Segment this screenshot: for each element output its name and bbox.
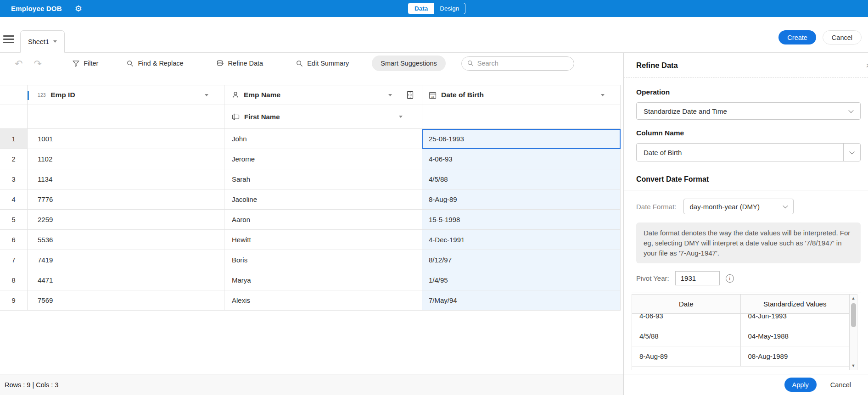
cell-emp-id[interactable]: 1001 — [28, 129, 224, 149]
column-header-date-of-birth[interactable]: 15 Date of Birth — [422, 85, 621, 105]
date-format-value: day-month-year (DMY) — [684, 203, 784, 211]
cell-emp-id[interactable]: 7569 — [28, 290, 224, 311]
preview-row: 8-Aug-89 08-Aug-1989 — [632, 346, 849, 367]
cell-first-name[interactable]: Jacoline — [224, 189, 422, 210]
summary-magnifier-icon — [296, 60, 303, 67]
find-replace-button[interactable]: Find & Replace — [127, 60, 183, 67]
scroll-up-icon[interactable]: ▲ — [851, 295, 856, 302]
undo-icon[interactable]: ↶ — [15, 59, 23, 68]
preview-table: Date Standardized Values 4-06-93 04-Jun-… — [632, 294, 861, 370]
create-button[interactable]: Create — [778, 30, 816, 45]
chevron-down-icon[interactable] — [399, 116, 403, 118]
cell-first-name[interactable]: Aaron — [224, 210, 422, 230]
close-icon[interactable]: × — [866, 61, 868, 71]
sheet-tab[interactable]: Sheet1 — [20, 30, 65, 53]
search-box[interactable] — [461, 56, 574, 71]
pivot-year-input[interactable] — [675, 271, 720, 285]
scroll-down-icon[interactable]: ▼ — [851, 362, 856, 370]
cell-emp-id[interactable]: 5536 — [28, 230, 224, 250]
chevron-down-icon[interactable] — [601, 94, 605, 96]
filter-funnel-icon — [73, 60, 79, 67]
cell-dob[interactable]: 4-06-93 — [422, 149, 621, 169]
scrollbar-thumb[interactable] — [851, 303, 856, 327]
row-number[interactable]: 1 — [0, 129, 28, 149]
app-topbar: Employee DOB ⚙ Data Design — [0, 0, 868, 17]
row-number[interactable]: 3 — [0, 169, 28, 189]
cell-dob[interactable]: 7/May/94 — [422, 290, 621, 311]
cell-emp-id[interactable]: 7419 — [28, 250, 224, 270]
column-header-emp-name[interactable]: Emp Name — [224, 85, 422, 105]
search-icon — [127, 60, 134, 67]
cell-first-name[interactable]: Alexis — [224, 290, 422, 311]
divider — [624, 190, 868, 190]
cell-first-name[interactable]: Hewitt — [224, 230, 422, 250]
pivot-year-label: Pivot Year: — [636, 274, 669, 282]
cell-dob[interactable]: 8/12/97 — [422, 250, 621, 270]
gear-icon[interactable]: ⚙ — [75, 5, 82, 13]
row-number[interactable]: 9 — [0, 290, 28, 311]
chevron-down-icon[interactable] — [388, 94, 392, 96]
cell-dob[interactable]: 15-5-1998 — [422, 210, 621, 230]
cell-first-name[interactable]: Marya — [224, 270, 422, 290]
preview-header-standardized: Standardized Values — [741, 295, 850, 313]
table-row: 8 4471 Marya 1/4/95 — [0, 270, 621, 290]
cell-dob[interactable]: 4-Dec-1991 — [422, 230, 621, 250]
cell-emp-id[interactable]: 2259 — [28, 210, 224, 230]
refine-data-label: Refine Data — [228, 60, 263, 67]
smart-suggestions-button[interactable]: Smart Suggestions — [372, 56, 446, 71]
cell-first-name[interactable]: John — [224, 129, 422, 149]
panel-cancel-button[interactable]: Cancel — [823, 378, 859, 392]
row-number[interactable]: 7 — [0, 250, 28, 270]
search-input[interactable] — [477, 60, 560, 67]
subcolumn-header-first-name[interactable]: First Name — [224, 105, 422, 129]
redo-icon[interactable]: ↷ — [34, 59, 42, 68]
refine-data-button[interactable]: Refine Data — [217, 60, 263, 67]
operation-value: Standardize Date and Time — [637, 107, 849, 115]
operation-select[interactable]: Standardize Date and Time — [636, 102, 861, 120]
preview-scrollbar[interactable]: ▲ ▼ — [850, 294, 857, 370]
date-format-select[interactable]: day-month-year (DMY) — [683, 199, 794, 214]
filter-button[interactable]: Filter — [73, 60, 98, 67]
panel-header: Refine Data × — [624, 53, 868, 78]
cell-first-name[interactable]: Jerome — [224, 149, 422, 169]
row-number[interactable]: 2 — [0, 149, 28, 169]
toolbar-divider — [53, 56, 53, 70]
table-row: 3 1134 Sarah 4/5/88 — [0, 169, 621, 189]
column-name-select[interactable]: Date of Birth — [636, 143, 861, 161]
edit-summary-button[interactable]: Edit Summary — [296, 60, 349, 67]
cell-dob[interactable]: 1/4/95 — [422, 270, 621, 290]
row-number[interactable]: 8 — [0, 270, 28, 290]
cell-first-name[interactable]: Sarah — [224, 169, 422, 189]
column-header-emp-id[interactable]: 123 Emp ID — [28, 85, 224, 105]
subcolumn-label: First Name — [244, 113, 280, 121]
cell-dob[interactable]: 8-Aug-89 — [422, 189, 621, 210]
cell-emp-id[interactable]: 1102 — [28, 149, 224, 169]
row-number[interactable]: 4 — [0, 189, 28, 210]
preview-scroll-area[interactable]: 4-06-93 04-Jun-1993 4/5/88 04-May-1988 8… — [632, 314, 849, 370]
cancel-button[interactable]: Cancel — [823, 30, 862, 45]
row-number[interactable]: 6 — [0, 230, 28, 250]
hamburger-menu-icon[interactable] — [3, 35, 14, 45]
preview-row: 4/5/88 04-May-1988 — [632, 326, 849, 346]
table-row: 9 7569 Alexis 7/May/94 — [0, 290, 621, 311]
cell-dob-selected[interactable]: 25-06-1993 — [422, 129, 621, 149]
cell-first-name[interactable]: Boris — [224, 250, 422, 270]
table-row: 5 2259 Aaron 15-5-1998 — [0, 210, 621, 230]
tab-data[interactable]: Data — [409, 3, 434, 14]
select-chevron-segment[interactable] — [843, 144, 860, 161]
row-number[interactable]: 5 — [0, 210, 28, 230]
info-icon[interactable]: i — [726, 274, 734, 283]
cell-emp-id[interactable]: 7776 — [28, 189, 224, 210]
column-notch — [28, 91, 29, 100]
empty-cell — [28, 105, 224, 129]
table-row: 2 1102 Jerome 4-06-93 — [0, 149, 621, 169]
cell-emp-id[interactable]: 4471 — [28, 270, 224, 290]
chevron-down-icon[interactable] — [205, 94, 208, 96]
cell-dob[interactable]: 4/5/88 — [422, 169, 621, 189]
preview-date-value: 4/5/88 — [632, 326, 741, 346]
panel-title: Refine Data — [636, 61, 678, 70]
split-column-icon[interactable] — [407, 91, 414, 99]
apply-button[interactable]: Apply — [784, 378, 817, 392]
cell-emp-id[interactable]: 1134 — [28, 169, 224, 189]
tab-design[interactable]: Design — [434, 3, 465, 14]
